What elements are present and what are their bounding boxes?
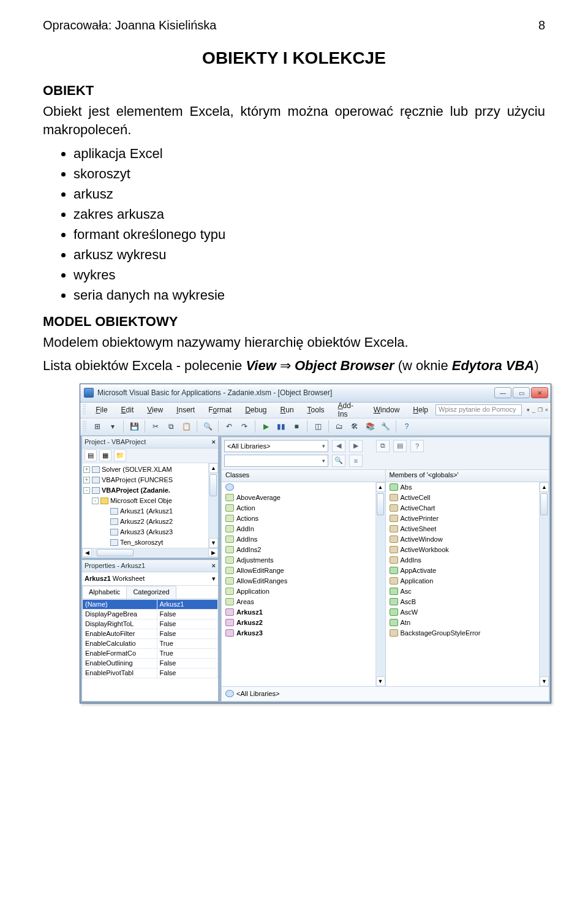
redo-icon[interactable]: ↷ (238, 420, 251, 433)
property-value[interactable]: False (157, 629, 217, 638)
class-item[interactable]: AddIns2 (222, 545, 385, 555)
view-definition-icon[interactable]: ▤ (393, 440, 407, 452)
member-item[interactable]: BackstageGroupStyleError (386, 628, 549, 638)
class-item[interactable]: AllowEditRanges (222, 576, 385, 586)
menu-insert[interactable]: Insert (170, 404, 201, 416)
property-row[interactable]: EnableFormatCoTrue (83, 648, 218, 658)
class-item[interactable]: Action (222, 503, 385, 513)
properties-grid[interactable]: (Name)Arkusz1DisplayPageBreaFalseDisplay… (82, 599, 218, 701)
panel-close-button[interactable]: × (212, 562, 216, 569)
class-item[interactable]: Arkusz1 (222, 607, 385, 618)
member-item[interactable]: Application (386, 576, 549, 586)
tab-categorized[interactable]: Categorized (126, 586, 176, 599)
property-value[interactable]: False (157, 658, 217, 668)
scrollbar-track[interactable] (209, 473, 218, 538)
scrollbar-track[interactable] (92, 548, 208, 557)
scroll-right-icon[interactable]: ▶ (208, 548, 218, 557)
tree-node[interactable]: Arkusz3 (Arkusz3 (83, 527, 218, 537)
member-item[interactable]: ActivePrinter (386, 513, 549, 524)
mdi-close-button[interactable]: × (545, 407, 548, 413)
tree-node[interactable]: Arkusz2 (Arkusz2 (83, 517, 218, 527)
members-list[interactable]: AbsActiveCellActiveChartActivePrinterAct… (386, 482, 549, 686)
property-value[interactable]: False (157, 619, 217, 629)
property-row[interactable]: DisplayRightToLFalse (83, 619, 218, 629)
undo-icon[interactable]: ↶ (222, 420, 236, 433)
class-item[interactable]: Adjustments (222, 555, 385, 566)
tree-node[interactable]: -VBAProject (Zadanie. (83, 485, 218, 496)
view-object-icon[interactable]: ▦ (99, 449, 111, 461)
design-mode-icon[interactable]: ◫ (311, 420, 325, 433)
menu-help[interactable]: Help (407, 404, 434, 416)
menu-file[interactable]: File (89, 404, 113, 416)
class-item[interactable]: Areas (222, 597, 385, 607)
break-icon[interactable]: ▮▮ (274, 420, 288, 433)
menu-addins[interactable]: Add-Ins (332, 399, 366, 420)
expand-icon[interactable]: - (92, 498, 99, 504)
class-item[interactable]: AllowEditRange (222, 566, 385, 576)
cut-icon[interactable]: ✂ (149, 420, 162, 433)
nav-forward-icon[interactable]: ▶ (349, 440, 363, 452)
scroll-up-icon[interactable]: ▲ (376, 482, 385, 492)
project-tree[interactable]: +Solver (SOLVER.XLAM+VBAProject (FUNCRES… (82, 463, 218, 548)
copy-icon[interactable]: ⧉ (376, 440, 390, 452)
scrollbar-thumb[interactable] (97, 549, 134, 556)
maximize-button[interactable]: ▭ (513, 387, 530, 398)
expand-icon[interactable]: + (83, 477, 90, 483)
member-item[interactable]: Atn (386, 618, 549, 628)
property-row[interactable]: EnableOutliningFalse (83, 658, 218, 668)
class-item[interactable]: AboveAverage (222, 493, 385, 503)
scrollbar-thumb[interactable] (540, 493, 548, 515)
scroll-down-icon[interactable]: ▼ (540, 676, 549, 686)
library-combo[interactable]: <All Libraries> ▾ (224, 440, 328, 452)
scrollbar-thumb[interactable] (377, 493, 384, 515)
mdi-max-button[interactable]: ❐ (538, 407, 543, 413)
menu-run[interactable]: Run (274, 404, 300, 416)
scrollbar-track[interactable] (376, 492, 385, 676)
tree-node[interactable]: +VBAProject (FUNCRES (83, 475, 218, 485)
titlebar[interactable]: Microsoft Visual Basic for Applications … (80, 384, 551, 403)
ask-help-input[interactable]: Wpisz pytanie do Pomocy (435, 404, 522, 415)
property-value[interactable]: Arkusz1 (157, 599, 217, 609)
scroll-up-icon[interactable]: ▲ (540, 482, 549, 492)
find-icon[interactable]: 🔍 (201, 420, 214, 433)
help-icon[interactable]: ? (410, 440, 424, 452)
search-icon[interactable]: 🔍 (332, 455, 345, 467)
member-item[interactable]: AscB (386, 597, 549, 607)
property-row[interactable]: DisplayPageBreaFalse (83, 609, 218, 619)
mdi-restore-button[interactable]: _ (532, 407, 535, 413)
member-item[interactable]: AppActivate (386, 566, 549, 576)
member-item[interactable]: AscW (386, 607, 549, 618)
menu-debug[interactable]: Debug (239, 404, 273, 416)
scroll-down-icon[interactable]: ▼ (376, 676, 385, 686)
reset-icon[interactable]: ■ (290, 420, 303, 433)
member-item[interactable]: Abs (386, 482, 549, 493)
member-item[interactable]: ActiveChart (386, 503, 549, 513)
toggle-folders-icon[interactable]: 📁 (114, 449, 126, 461)
member-item[interactable]: AddIns (386, 555, 549, 566)
property-value[interactable]: False (157, 668, 217, 678)
view-code-icon[interactable]: ▤ (85, 449, 97, 461)
scroll-left-icon[interactable]: ◀ (82, 548, 92, 557)
menu-edit[interactable]: Edit (115, 404, 140, 416)
dropdown-icon[interactable]: ▾ (212, 575, 216, 583)
nav-back-icon[interactable]: ◀ (332, 440, 345, 452)
scrollbar-track[interactable] (540, 492, 549, 676)
class-item[interactable]: Application (222, 586, 385, 597)
property-row[interactable]: (Name)Arkusz1 (83, 599, 218, 609)
class-item[interactable]: Arkusz2 (222, 618, 385, 628)
tree-node[interactable]: Arkusz1 (Arkusz1 (83, 506, 218, 517)
property-value[interactable]: True (157, 638, 217, 648)
member-item[interactable]: Asc (386, 586, 549, 597)
tree-node[interactable]: Ten_skoroszyt (83, 537, 218, 548)
scrollbar-thumb[interactable] (209, 474, 217, 496)
insert-dropdown[interactable]: ▾ (106, 420, 119, 433)
excel-icon[interactable]: ⊞ (91, 420, 104, 433)
project-explorer-icon[interactable]: 🗂 (333, 420, 346, 433)
object-browser-icon[interactable]: 📚 (363, 420, 377, 433)
member-item[interactable]: ActiveSheet (386, 524, 549, 534)
menu-format[interactable]: Format (202, 404, 238, 416)
member-item[interactable]: ActiveCell (386, 493, 549, 503)
property-row[interactable]: EnableCalculatioTrue (83, 638, 218, 648)
class-item[interactable] (222, 482, 385, 493)
member-item[interactable]: ActiveWorkbook (386, 545, 549, 555)
